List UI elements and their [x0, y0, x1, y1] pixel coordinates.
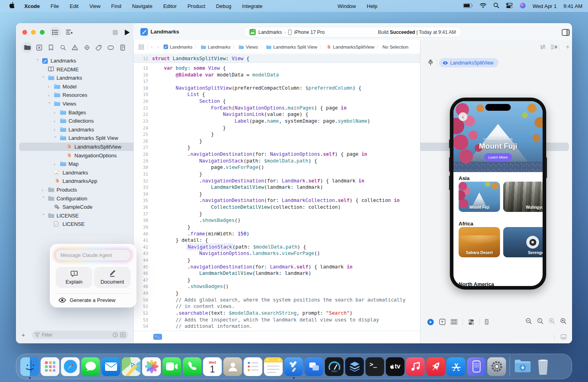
dock-settings[interactable] [486, 354, 507, 379]
landmark-card-sahara-desert[interactable]: Sahara Desert [459, 227, 500, 257]
code-line-39[interactable]: 39 } [134, 224, 420, 231]
code-line-43[interactable]: 43 NavigationOptions.landmarks.viewForPa… [134, 250, 420, 257]
disclosure-closed[interactable]: › [48, 84, 52, 89]
code-line-27[interactable]: 27 } [134, 144, 420, 151]
code-line-23[interactable]: 23 Label(page.name, systemImage: page.sy… [134, 118, 420, 125]
breadcrumb-landmarkssplitview[interactable]: LandmarksSplitView [325, 44, 374, 50]
code-line-24[interactable]: 24 } [134, 125, 420, 131]
landmark-card-wulingyuan[interactable]: Wulingyuan [503, 182, 543, 212]
dock-layers[interactable] [344, 354, 365, 379]
battery-icon[interactable] [463, 3, 473, 9]
dock-notes[interactable] [263, 354, 283, 379]
scm-changes-filter-icon[interactable] [120, 332, 125, 337]
breadcrumb-landmarks[interactable]: 17 14">Landmarks [201, 45, 231, 49]
related-items-icon[interactable] [139, 44, 144, 50]
code-line-42[interactable]: 42 NavigationStack(path: $modelData.path… [134, 244, 420, 251]
code-line-50[interactable]: 50 // Adds global search, where the syst… [134, 297, 420, 304]
recent-files-filter-icon[interactable] [113, 332, 118, 337]
code-line-44[interactable]: 44 } [134, 257, 420, 264]
code-line-19[interactable]: 19 List { [134, 91, 420, 98]
siri-icon[interactable] [520, 2, 526, 10]
disclosure-open[interactable]: › [47, 102, 52, 106]
dock-trash[interactable] [533, 354, 553, 379]
dock-safari[interactable] [60, 354, 80, 379]
dock-messages[interactable] [80, 354, 101, 379]
menu-window[interactable]: Window [338, 3, 356, 9]
code-line-48[interactable]: 48 .showsBadges() [134, 283, 420, 290]
device-settings-button[interactable] [468, 319, 475, 325]
menu-navigate[interactable]: Navigate [132, 3, 152, 9]
code-line-22[interactable]: 22 NavigationLink(value: page) { [134, 111, 420, 118]
disclosure-open[interactable]: › [41, 214, 46, 217]
disclosure-closed[interactable]: › [54, 162, 58, 167]
menu-file[interactable]: File [51, 3, 59, 9]
breadcrumb-views[interactable]: 17 14">Views [238, 45, 258, 49]
editor-options-button[interactable] [549, 43, 558, 51]
disclosure-closed[interactable]: › [54, 110, 58, 115]
code-line-31[interactable]: 31 } [134, 171, 420, 178]
variants-button[interactable] [451, 319, 457, 325]
zoom-out-icon[interactable] [525, 318, 532, 326]
breadcrumb-landmarks-split-view[interactable]: 17 14">Landmarks Split View [266, 45, 317, 49]
run-button[interactable] [122, 27, 132, 37]
minimize-window-button[interactable] [31, 30, 36, 35]
explain-button[interactable]: Explain [56, 267, 92, 288]
tab-bookmarks-navigator[interactable] [45, 42, 57, 53]
code-line-29[interactable]: 29 NavigationStack(path: $modelData.path… [134, 158, 420, 165]
landmark-card-mount-fuji[interactable]: Mount Fuji [459, 182, 500, 212]
code-line-54[interactable]: 54 // additional information. [134, 323, 420, 330]
tab-issues-navigator[interactable] [69, 42, 80, 53]
dock-contacts[interactable] [223, 354, 243, 379]
code-line-40[interactable]: 40 .frame(minWidth: 150) [134, 231, 420, 237]
tab-project-navigator[interactable] [21, 42, 33, 53]
generate-preview-button[interactable]: Generate a Preview [59, 297, 115, 303]
selectable-mode-button[interactable] [439, 319, 445, 325]
dock-simulator[interactable] [466, 354, 486, 379]
code-line-52[interactable]: 52 .searchable(text: $modelData.searchSt… [134, 310, 420, 317]
code-line-51[interactable]: 51 // in content views. [134, 303, 420, 310]
pin-preview-icon[interactable] [426, 58, 435, 67]
code-line-25[interactable]: 25 } [134, 131, 420, 138]
apple-menu-icon[interactable] [9, 2, 15, 10]
assistant-compose-button[interactable] [64, 27, 75, 38]
menu-integrate[interactable]: Integrate [242, 3, 262, 9]
dock-reminders[interactable] [243, 354, 263, 379]
zoom-actual-size-icon[interactable]: 1 [537, 318, 543, 326]
agent-tag-icon[interactable] [153, 334, 162, 340]
code-line-28[interactable]: 28 .navigationDestination(for: Navigatio… [134, 151, 420, 158]
dock-xcode[interactable] [283, 354, 304, 379]
dock-launchpad[interactable] [40, 354, 60, 379]
dock-facetime[interactable] [162, 354, 182, 379]
menu-time[interactable]: 9:41 AM [563, 3, 582, 9]
code-line-47[interactable]: 47 } [134, 277, 420, 284]
tab-debug-navigator[interactable] [93, 42, 104, 53]
menu-date[interactable]: Wed Apr 1 [533, 3, 557, 9]
stop-button[interactable] [110, 27, 120, 37]
preview-device-button[interactable] [484, 319, 489, 325]
tab-errors-navigator[interactable] [33, 42, 45, 53]
code-line-36[interactable]: 36 CollectionDetailView(collection: coll… [134, 204, 420, 211]
agent-message-input[interactable]: Message Claude Agent [56, 250, 131, 261]
wifi-icon[interactable] [480, 3, 486, 9]
live-preview-button[interactable] [427, 319, 434, 325]
menu-product[interactable]: Product [188, 3, 205, 9]
code-line-33[interactable]: 33 LandmarkDetailView(landmark: landmark… [134, 184, 420, 191]
menu-debug[interactable]: Debug [216, 3, 231, 9]
code-line-17[interactable]: 17 [134, 78, 420, 85]
breadcrumb-no-selection[interactable]: No Selection [383, 45, 408, 49]
dock-maps[interactable] [121, 354, 141, 379]
zoom-fit-icon[interactable] [549, 318, 555, 326]
dock-rocket[interactable] [426, 354, 446, 379]
dock-tv[interactable]: tv [385, 354, 405, 379]
dock-freeform[interactable] [304, 354, 324, 379]
code-line-16[interactable]: 16 @Bindable var modelData = modelData [134, 72, 420, 78]
code-line-30[interactable]: 30 page.viewForPage() [134, 164, 420, 171]
zoom-in-icon[interactable] [560, 318, 567, 326]
code-line-15[interactable]: 15 var body: some View { [134, 65, 420, 72]
dock-terminal[interactable]: >_ [365, 354, 385, 379]
disclosure-closed[interactable]: › [54, 119, 58, 123]
dock-mail[interactable] [101, 354, 121, 379]
menu-xcode[interactable]: Xcode [24, 3, 40, 9]
dock-appstore[interactable] [446, 354, 466, 379]
code-line-37[interactable]: 37 } [134, 211, 420, 217]
